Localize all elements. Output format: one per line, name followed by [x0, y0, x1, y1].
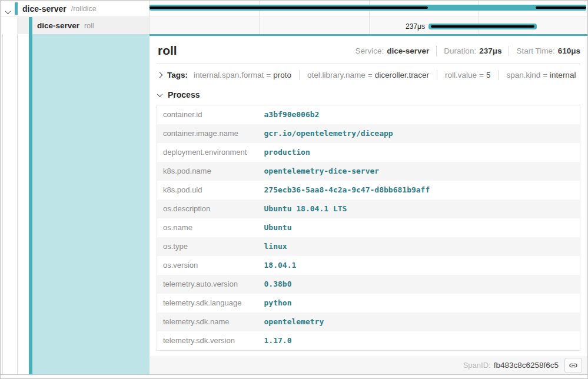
table-row: os.descriptionUbuntu 18.04.1 LTS — [157, 200, 580, 218]
selected-span-highlight — [32, 34, 150, 374]
span-detail-footer: SpanID: fb483c8c6258f6c5 — [150, 356, 587, 374]
collapse-chevron-icon[interactable] — [6, 6, 10, 16]
table-row: os.typelinux — [157, 237, 580, 256]
table-row: container.image.namegcr.io/opentelemetry… — [157, 124, 580, 143]
table-row: k8s.pod.uid275ecb36-5aa8-4c2a-9c47-d8bb6… — [157, 181, 580, 200]
span-rows: dice-server /rolldice dice-server roll 2… — [1, 1, 587, 34]
root-span-bar[interactable] — [150, 5, 586, 11]
meta-start-time: Start Time: 610μs — [509, 46, 580, 56]
table-row: telemetry.sdk.nameopentelemetry — [157, 312, 580, 331]
link-icon — [569, 361, 578, 370]
tag-item: roll.value=5 — [437, 70, 490, 80]
chevron-down-icon — [157, 91, 163, 97]
span-timeline-cell[interactable] — [150, 1, 587, 17]
span-timeline-cell[interactable]: 237μs — [150, 17, 587, 34]
span-meta: Service: dice-server Duration: 237μs Sta… — [356, 46, 580, 56]
indent-guide — [2, 34, 3, 374]
span-bar-core — [536, 6, 586, 9]
bottom-margin — [1, 375, 587, 378]
table-row: telemetry.sdk.version1.17.0 — [157, 331, 580, 351]
deep-link-button[interactable] — [564, 358, 582, 373]
span-bar-core — [431, 25, 534, 28]
table-row: telemetry.auto.version0.38b0 — [157, 275, 580, 294]
table-row: container.ida3bf90e006b2 — [157, 105, 580, 125]
meta-duration: Duration: 237μs — [436, 46, 501, 56]
table-row: telemetry.sdk.languagepython — [157, 294, 580, 312]
span-row-rolldice[interactable]: dice-server /rolldice — [1, 1, 587, 17]
table-row: k8s.pod.nameopentelemetry-dice-server — [157, 162, 580, 181]
child-span-bar[interactable]: 237μs — [428, 24, 537, 29]
tag-item: span.kind=internal — [498, 70, 576, 80]
span-detail-left-rail — [1, 34, 150, 374]
span-bar-core — [150, 6, 428, 9]
chevron-right-icon — [157, 72, 163, 78]
tags-accordion[interactable]: Tags: internal.span.format=proto otel.li… — [157, 64, 580, 85]
span-name-cell[interactable]: dice-server /rolldice — [1, 1, 150, 17]
span-color-bar — [29, 34, 32, 374]
table-row: os.nameUbuntu — [157, 218, 580, 237]
span-detail-header: roll Service: dice-server Duration: 237μ… — [157, 36, 580, 58]
tag-item: otel.library.name=diceroller.tracer — [299, 70, 429, 80]
spanid-label: SpanID: — [463, 361, 491, 370]
spanid-value: fb483c8c6258f6c5 — [494, 361, 559, 370]
span-color-bar — [29, 17, 32, 34]
meta-service: Service: dice-server — [356, 46, 430, 55]
span-operation-title: roll — [157, 44, 177, 58]
table-row: deployment.environmentproduction — [157, 143, 580, 162]
tag-item: internal.span.format=proto — [194, 71, 291, 79]
table-row: os.version18.04.1 — [157, 256, 580, 275]
process-key-value-table: container.ida3bf90e006b2 container.image… — [157, 105, 580, 351]
operation-name: roll — [84, 22, 94, 30]
span-detail-panel: roll Service: dice-server Duration: 237μ… — [150, 34, 587, 374]
process-label: Process — [168, 90, 200, 99]
span-name-cell[interactable]: dice-server roll — [1, 17, 150, 34]
span-row-roll[interactable]: dice-server roll 237μs — [1, 17, 587, 34]
trace-timeline-view: dice-server /rolldice dice-server roll 2… — [0, 0, 588, 379]
service-name: dice-server — [37, 21, 79, 30]
span-duration-label: 237μs — [406, 22, 425, 31]
process-accordion[interactable]: Process — [157, 85, 580, 105]
tags-label: Tags: — [167, 71, 188, 79]
span-color-bar — [15, 2, 18, 15]
operation-name: /rolldice — [71, 5, 97, 13]
span-detail-row: roll Service: dice-server Duration: 237μ… — [1, 34, 587, 375]
service-name: dice-server — [22, 4, 67, 14]
indent-guide — [17, 34, 18, 374]
